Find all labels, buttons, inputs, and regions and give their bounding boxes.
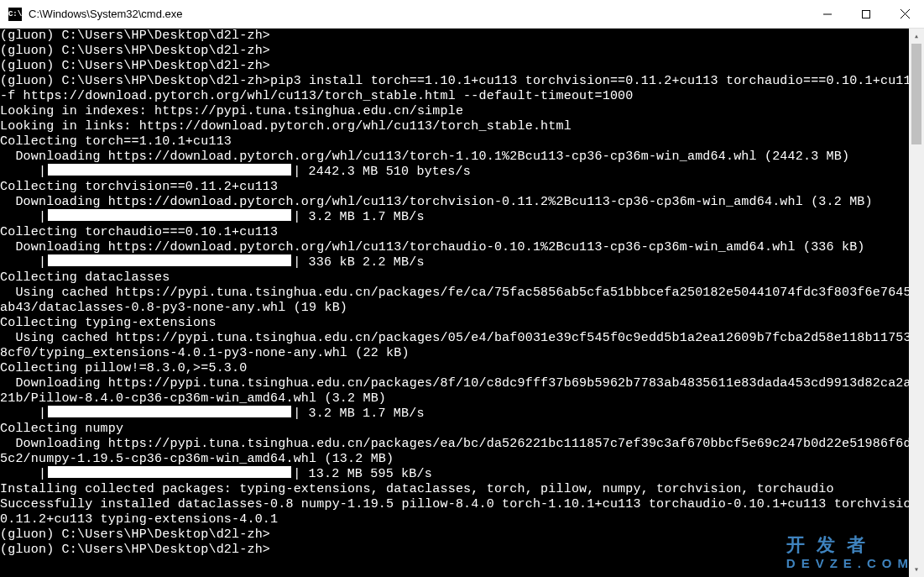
terminal-line: ab43/dataclasses-0.8-py3-none-any.whl (1… — [0, 301, 909, 316]
progress-bar — [48, 164, 291, 176]
terminal-line: Using cached https://pypi.tuna.tsinghua.… — [0, 331, 909, 346]
terminal-line: Collecting dataclasses — [0, 270, 909, 286]
scroll-down-arrow-icon[interactable]: ▾ — [909, 562, 924, 577]
terminal-line: 5c2/numpy-1.19.5-cp36-cp36m-win_amd64.wh… — [0, 452, 909, 467]
terminal-line: (gluon) C:\Users\HP\Desktop\d2l-zh> — [0, 44, 909, 59]
terminal-line: Downloading https://download.pytorch.org… — [0, 240, 909, 255]
terminal-line: Looking in links: https://download.pytor… — [0, 119, 909, 134]
close-button[interactable] — [885, 0, 924, 28]
progress-prefix: | — [0, 210, 46, 224]
terminal-line: Successfully installed dataclasses-0.8 n… — [0, 497, 909, 512]
terminal-line: Collecting torchaudio===0.10.1+cu113 — [0, 225, 909, 240]
progress-bar — [48, 406, 291, 417]
terminal-line: (gluon) C:\Users\HP\Desktop\d2l-zh> — [0, 527, 909, 543]
progress-line: || 336 kB 2.2 MB/s — [0, 255, 909, 270]
terminal-line: Collecting numpy — [0, 422, 909, 437]
progress-line: || 13.2 MB 595 kB/s — [0, 467, 909, 482]
terminal-line: Downloading https://download.pytorch.org… — [0, 195, 909, 210]
progress-line: || 3.2 MB 1.7 MB/s — [0, 407, 909, 422]
terminal-line: Collecting torch==1.10.1+cu113 — [0, 134, 909, 149]
terminal-line: 8cf0/typing_extensions-4.0.1-py3-none-an… — [0, 346, 909, 361]
progress-suffix: | 2442.3 MB 510 bytes/s — [293, 165, 471, 179]
terminal-line: Installing collected packages: typing-ex… — [0, 482, 909, 497]
progress-bar — [48, 466, 291, 478]
terminal-line: Using cached https://pypi.tuna.tsinghua.… — [0, 286, 909, 301]
terminal-line: Looking in indexes: https://pypi.tuna.ts… — [0, 104, 909, 119]
progress-line: || 3.2 MB 1.7 MB/s — [0, 210, 909, 225]
progress-prefix: | — [0, 467, 46, 481]
minimize-icon — [823, 10, 832, 18]
window-controls — [808, 0, 924, 28]
scroll-up-arrow-icon[interactable]: ▴ — [909, 29, 924, 44]
svg-rect-1 — [863, 10, 870, 18]
terminal-line: 21b/Pillow-8.4.0-cp36-cp36m-win_amd64.wh… — [0, 391, 909, 407]
terminal-line: Collecting torchvision==0.11.2+cu113 — [0, 180, 909, 195]
terminal-line: -f https://download.pytorch.org/whl/cu11… — [0, 89, 909, 104]
terminal-line: Downloading https://pypi.tuna.tsinghua.e… — [0, 437, 909, 452]
terminal-line: 0.11.2+cu113 typing-extensions-4.0.1 — [0, 512, 909, 527]
minimize-button[interactable] — [808, 0, 847, 28]
progress-bar — [48, 209, 291, 221]
scrollbar-thumb[interactable] — [911, 44, 921, 144]
window-titlebar: C:\ C:\Windows\System32\cmd.exe — [0, 0, 924, 29]
progress-suffix: | 13.2 MB 595 kB/s — [293, 467, 432, 481]
terminal-output[interactable]: (gluon) C:\Users\HP\Desktop\d2l-zh>(gluo… — [0, 29, 909, 577]
terminal-line: (gluon) C:\Users\HP\Desktop\d2l-zh> — [0, 543, 909, 558]
progress-prefix: | — [0, 165, 46, 179]
maximize-icon — [862, 10, 870, 18]
progress-prefix: | — [0, 255, 46, 270]
progress-suffix: | 3.2 MB 1.7 MB/s — [293, 210, 424, 224]
window-title: C:\Windows\System32\cmd.exe — [29, 8, 808, 20]
terminal-line: Downloading https://pypi.tuna.tsinghua.e… — [0, 376, 909, 391]
progress-suffix: | 336 kB 2.2 MB/s — [293, 255, 424, 270]
terminal-line: (gluon) C:\Users\HP\Desktop\d2l-zh> — [0, 29, 909, 44]
progress-bar — [48, 254, 291, 266]
progress-prefix: | — [0, 407, 46, 421]
close-icon — [901, 9, 910, 18]
terminal-line: Downloading https://download.pytorch.org… — [0, 149, 909, 165]
progress-suffix: | 3.2 MB 1.7 MB/s — [293, 407, 424, 421]
vertical-scrollbar[interactable]: ▴ ▾ — [909, 29, 924, 577]
terminal-line: Collecting pillow!=8.3.0,>=5.3.0 — [0, 361, 909, 376]
terminal-area: (gluon) C:\Users\HP\Desktop\d2l-zh>(gluo… — [0, 29, 924, 577]
terminal-line: (gluon) C:\Users\HP\Desktop\d2l-zh>pip3 … — [0, 74, 909, 89]
terminal-line: Collecting typing-extensions — [0, 316, 909, 331]
terminal-line: (gluon) C:\Users\HP\Desktop\d2l-zh> — [0, 59, 909, 74]
maximize-button[interactable] — [847, 0, 885, 28]
cmd-icon: C:\ — [8, 8, 22, 21]
progress-line: || 2442.3 MB 510 bytes/s — [0, 165, 909, 180]
